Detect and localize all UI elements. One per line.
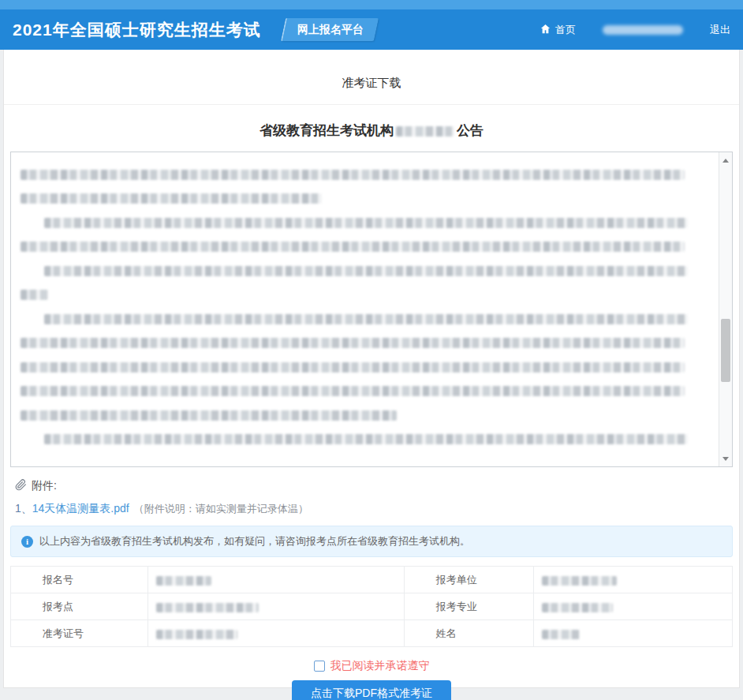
redacted-text-line [21,380,705,404]
page-title: 准考证下载 [4,50,739,105]
agreement-checkbox[interactable] [314,661,325,672]
content-card: 准考证下载 省级教育招生考试机构公告 附件: 1、14天体温测量表.pdf（附件… [3,50,740,688]
table-row: 报名号报考单位 [11,567,733,593]
platform-badge-label: 网上报名平台 [297,23,364,37]
redacted-text-line [21,211,705,235]
agreement-label: 我已阅读并承诺遵守 [330,659,430,673]
table-label: 报名号 [11,567,148,593]
home-link[interactable]: 首页 [540,23,576,37]
redacted-text-line [21,259,705,283]
table-value-redacted [534,567,733,593]
announcement-title-redacted [396,126,454,137]
announcement-title-suffix: 公告 [457,123,484,138]
table-row: 报考点报考专业 [11,593,733,620]
agreement-row: 我已阅读并承诺遵守 [4,659,739,673]
info-icon: i [21,536,33,548]
scroll-up-icon [722,159,729,163]
logout-link[interactable]: 退出 [710,23,730,37]
attachment-note: （附件说明：请如实测量并记录体温） [134,503,308,515]
table-label: 姓名 [404,620,534,647]
attachment-header: 附件: [15,479,728,493]
redacted-text-line [21,331,705,356]
table-value-redacted [534,620,733,647]
attachment-index: 1、 [15,502,32,515]
platform-badge: 网上报名平台 [281,18,379,41]
table-value-redacted [147,567,404,593]
announcement-scroll-area[interactable] [10,152,733,467]
download-pdf-button[interactable]: 点击下载PDF格式准考证 [292,680,451,700]
table-value-redacted [147,620,404,647]
window-top-strip [0,0,743,9]
username-redacted [603,25,683,35]
table-label: 报考专业 [404,593,534,620]
scrollbar-down-button[interactable] [719,452,732,465]
table-value-redacted [147,593,404,620]
attachment-item: 1、14天体温测量表.pdf（附件说明：请如实测量并记录体温） [15,502,728,516]
redacted-text-line [21,355,705,380]
scroll-down-icon [722,457,729,461]
attachment-file-link[interactable]: 14天体温测量表.pdf [32,502,129,515]
table-value-redacted [534,593,733,620]
notice-text: 以上内容为省级教育招生考试机构发布，如有疑问，请咨询报考点所在省级教育招生考试机… [39,534,470,548]
table-label: 报考点 [11,593,148,620]
redacted-text-line [21,403,705,428]
redacted-text-line [21,428,705,452]
home-icon [540,23,551,37]
scrollbar-up-button[interactable] [719,154,732,167]
scrollbar-thumb[interactable] [721,319,730,382]
redacted-text-line [21,235,705,260]
table-label: 报考单位 [404,567,534,593]
attachment-label: 附件: [32,479,57,493]
redacted-text-line [21,187,705,211]
info-table-body: 报名号报考单位报考点报考专业准考证号姓名 [11,567,733,647]
header-nav: 首页 退出 [540,23,730,37]
home-link-label: 首页 [555,23,576,37]
announcement-title: 省级教育招生考试机构公告 [4,122,739,140]
scrollbar[interactable] [719,152,732,466]
announcement-body [21,163,705,451]
redacted-text-line [21,307,705,331]
table-row: 准考证号姓名 [11,620,733,647]
redacted-text-line [21,163,705,187]
notice-bar: i 以上内容为省级教育招生考试机构发布，如有疑问，请咨询报考点所在省级教育招生考… [10,526,733,557]
candidate-info-table: 报名号报考单位报考点报考专业准考证号姓名 [10,566,733,647]
redacted-text-line [21,283,705,308]
paperclip-icon [15,479,27,493]
app-header: 2021年全国硕士研究生招生考试 网上报名平台 首页 退出 [0,9,743,50]
app-title: 2021年全国硕士研究生招生考试 [13,19,261,41]
table-label: 准考证号 [11,620,148,647]
announcement-title-prefix: 省级教育招生考试机构 [259,123,394,138]
